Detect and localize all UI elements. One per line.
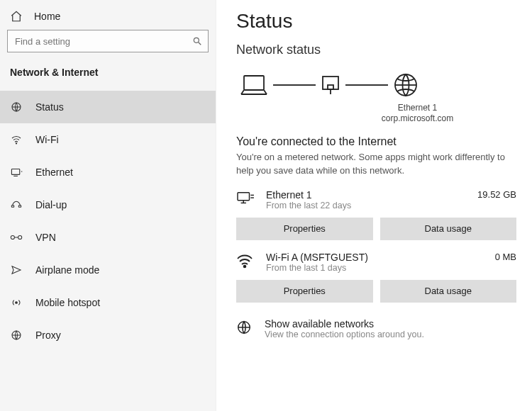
hotspot-icon xyxy=(10,297,23,308)
sidebar-item-vpn[interactable]: VPN xyxy=(0,221,216,254)
sidebar-item-airplane[interactable]: Airplane mode xyxy=(0,254,216,286)
category-title: Network & Internet xyxy=(0,60,216,84)
wifi-adapter-icon xyxy=(236,252,256,269)
sidebar-item-label: Wi-Fi xyxy=(35,134,59,145)
svg-rect-18 xyxy=(328,85,333,89)
globe-icon xyxy=(392,72,419,98)
available-subtitle: View the connection options around you. xyxy=(265,330,424,339)
data-usage-button[interactable]: Data usage xyxy=(380,280,517,303)
connection-name: Ethernet 1 xyxy=(266,189,467,201)
airplane-icon xyxy=(10,264,23,276)
sidebar-item-label: Proxy xyxy=(35,330,61,341)
laptop-icon xyxy=(239,73,269,97)
sidebar: Home Network & Internet Status xyxy=(0,0,216,411)
adapter-name: Ethernet 1 xyxy=(318,103,516,113)
sidebar-item-status[interactable]: Status xyxy=(0,91,216,123)
status-icon xyxy=(10,101,23,113)
sidebar-item-proxy[interactable]: Proxy xyxy=(0,319,216,351)
network-diagram xyxy=(236,72,516,98)
sidebar-item-label: Airplane mode xyxy=(35,264,99,276)
svg-line-1 xyxy=(199,43,201,45)
svg-rect-5 xyxy=(11,169,19,174)
main-panel: Status Network status Ethernet 1 co xyxy=(216,0,532,411)
sidebar-item-wifi[interactable]: Wi-Fi xyxy=(0,123,216,156)
svg-point-0 xyxy=(194,38,199,43)
connection-headline: You're connected to the Internet xyxy=(236,135,516,148)
connection-usage: 19.52 GB xyxy=(477,189,516,200)
globe-small-icon xyxy=(236,318,255,339)
connection-card: Ethernet 1 From the last 22 days 19.52 G… xyxy=(236,189,516,240)
show-available-networks[interactable]: Show available networks View the connect… xyxy=(236,318,516,339)
svg-point-13 xyxy=(16,302,18,304)
sidebar-nav: Status Wi-Fi Ethernet xyxy=(0,91,216,351)
sidebar-item-label: Dial-up xyxy=(35,199,67,210)
data-usage-button[interactable]: Data usage xyxy=(380,218,517,240)
svg-point-4 xyxy=(16,143,16,144)
svg-point-10 xyxy=(11,235,14,239)
sidebar-item-label: Mobile hotspot xyxy=(35,297,100,308)
diagram-line xyxy=(273,84,316,86)
search-field[interactable] xyxy=(13,35,183,47)
diagram-line xyxy=(345,84,388,86)
sidebar-item-label: Ethernet xyxy=(35,167,73,178)
ethernet-icon xyxy=(10,167,23,178)
svg-point-27 xyxy=(244,265,246,267)
page-title: Status xyxy=(236,10,516,33)
available-title: Show available networks xyxy=(265,318,424,330)
svg-rect-9 xyxy=(18,206,21,208)
connection-name: Wi-Fi A (MSFTGUEST) xyxy=(266,252,485,263)
proxy-icon xyxy=(10,330,23,341)
search-container xyxy=(0,30,216,60)
svg-point-11 xyxy=(18,235,22,239)
sidebar-item-hotspot[interactable]: Mobile hotspot xyxy=(0,286,216,319)
ethernet-adapter-icon xyxy=(236,189,256,206)
wifi-icon xyxy=(10,134,23,145)
svg-rect-17 xyxy=(323,77,338,89)
connection-usage: 0 MB xyxy=(495,252,516,262)
properties-button[interactable]: Properties xyxy=(236,280,373,303)
search-input[interactable] xyxy=(7,30,209,52)
properties-button[interactable]: Properties xyxy=(236,218,373,240)
section-title: Network status xyxy=(236,43,516,57)
sidebar-item-dialup[interactable]: Dial-up xyxy=(0,188,216,221)
home-label: Home xyxy=(34,11,60,22)
dialup-icon xyxy=(10,199,23,210)
diagram-label: Ethernet 1 corp.microsoft.com xyxy=(318,103,516,124)
svg-rect-16 xyxy=(244,76,264,90)
svg-rect-22 xyxy=(238,192,250,200)
adapter-icon xyxy=(320,73,341,97)
sidebar-item-ethernet[interactable]: Ethernet xyxy=(0,156,216,188)
svg-rect-8 xyxy=(11,206,13,208)
home-icon xyxy=(10,10,23,23)
adapter-domain: corp.microsoft.com xyxy=(318,113,516,124)
connection-detail: From the last 1 days xyxy=(266,263,485,273)
home-button[interactable]: Home xyxy=(0,0,216,30)
search-icon xyxy=(192,36,202,46)
connection-detail: From the last 22 days xyxy=(266,201,467,210)
vpn-icon xyxy=(10,232,23,242)
connection-subtext: You're on a metered network. Some apps m… xyxy=(236,151,506,178)
sidebar-item-label: Status xyxy=(35,101,64,113)
connection-card: Wi-Fi A (MSFTGUEST) From the last 1 days… xyxy=(236,252,516,303)
sidebar-item-label: VPN xyxy=(35,232,56,243)
